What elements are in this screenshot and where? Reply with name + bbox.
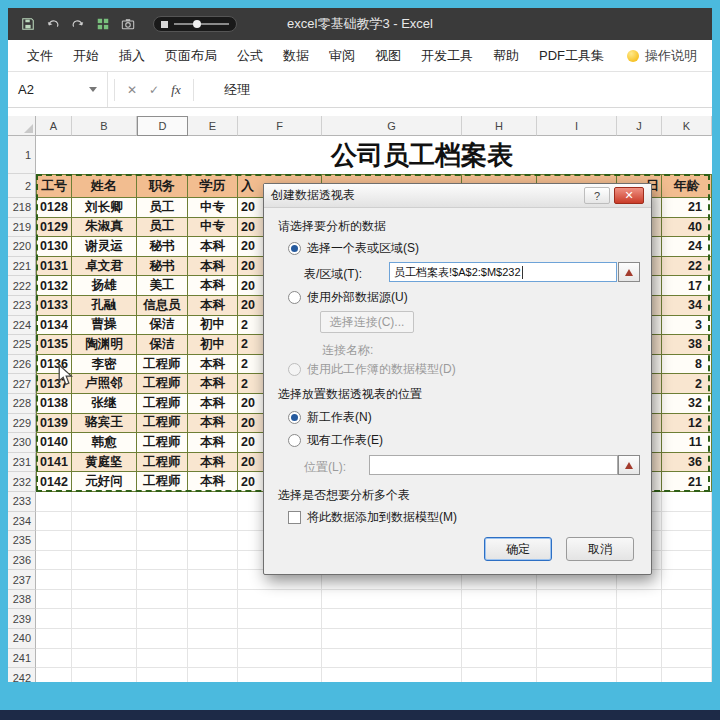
cell-age[interactable]: 8	[662, 355, 712, 375]
empty-cell[interactable]	[188, 570, 238, 590]
cell-education[interactable]: 本科	[188, 237, 238, 257]
empty-cell[interactable]	[662, 590, 712, 610]
cell-name[interactable]: 韩愈	[72, 433, 137, 453]
empty-cell[interactable]	[238, 609, 322, 629]
empty-cell[interactable]	[36, 609, 72, 629]
column-header[interactable]: F	[238, 116, 322, 136]
empty-cell[interactable]	[72, 590, 137, 610]
tell-me-box[interactable]: 操作说明	[627, 47, 697, 65]
empty-cell[interactable]	[137, 649, 188, 669]
row-header[interactable]: 226	[8, 355, 36, 375]
empty-cell[interactable]	[322, 590, 462, 610]
row-header[interactable]: 224	[8, 316, 36, 336]
empty-cell[interactable]	[36, 492, 72, 512]
row-header[interactable]: 234	[8, 512, 36, 532]
empty-cell[interactable]	[36, 649, 72, 669]
empty-cell[interactable]	[188, 531, 238, 551]
empty-cell[interactable]	[72, 629, 137, 649]
empty-cell[interactable]	[662, 649, 712, 669]
empty-cell[interactable]	[662, 668, 712, 682]
cell-employee-id[interactable]: 0138	[36, 394, 72, 414]
empty-cell[interactable]	[188, 492, 238, 512]
empty-cell[interactable]	[137, 590, 188, 610]
empty-cell[interactable]	[662, 551, 712, 571]
cell-job-title[interactable]: 保洁	[137, 316, 188, 336]
ribbon-tab[interactable]: 开始	[64, 40, 108, 71]
cell-job-title[interactable]: 工程师	[137, 394, 188, 414]
help-button[interactable]: ?	[584, 187, 610, 204]
confirm-entry-icon[interactable]: ✓	[143, 83, 165, 97]
cell-employee-id[interactable]: 0128	[36, 198, 72, 218]
column-header[interactable]: A	[36, 116, 72, 136]
column-header[interactable]: E	[188, 116, 238, 136]
cell-age[interactable]: 24	[662, 237, 712, 257]
cell-age[interactable]: 3	[662, 316, 712, 336]
row-header[interactable]: 232	[8, 472, 36, 492]
cell-name[interactable]: 卓文君	[72, 257, 137, 277]
checkbox-add-to-data-model[interactable]: 将此数据添加到数据模型(M)	[288, 509, 457, 526]
cell-age[interactable]: 38	[662, 335, 712, 355]
cell-name[interactable]: 曹操	[72, 316, 137, 336]
cell-job-title[interactable]: 工程师	[137, 453, 188, 473]
cell-age[interactable]: 17	[662, 276, 712, 296]
cell-education[interactable]: 本科	[188, 394, 238, 414]
cell-employee-id[interactable]: 0141	[36, 453, 72, 473]
ribbon-tab[interactable]: 帮助	[484, 40, 528, 71]
row-header[interactable]: 231	[8, 453, 36, 473]
screen-recorder-toolbar[interactable]	[153, 16, 237, 32]
cell-age[interactable]: 21	[662, 472, 712, 492]
cell-job-title[interactable]: 工程师	[137, 355, 188, 375]
empty-cell[interactable]	[662, 570, 712, 590]
column-header[interactable]: K	[662, 116, 712, 136]
row-header[interactable]: 222	[8, 276, 36, 296]
empty-cell[interactable]	[137, 570, 188, 590]
cell-job-title[interactable]: 美工	[137, 276, 188, 296]
cell-education[interactable]: 本科	[188, 296, 238, 316]
recorder-slider-knob[interactable]	[193, 20, 201, 28]
empty-cell[interactable]	[322, 668, 462, 682]
row-header[interactable]: 228	[8, 394, 36, 414]
cell-employee-id[interactable]: 0130	[36, 237, 72, 257]
empty-cell[interactable]	[537, 649, 617, 669]
cell-job-title[interactable]: 工程师	[137, 374, 188, 394]
dialog-title-bar[interactable]: 创建数据透视表 ? ✕	[264, 184, 651, 208]
cell-employee-id[interactable]: 0131	[36, 257, 72, 277]
cell-education[interactable]: 中专	[188, 218, 238, 238]
ribbon-tab[interactable]: 数据	[274, 40, 318, 71]
empty-cell[interactable]	[462, 590, 537, 610]
cell-name[interactable]: 李密	[72, 355, 137, 375]
cell-age[interactable]: 11	[662, 433, 712, 453]
name-box[interactable]: A2	[8, 72, 108, 107]
cell-employee-id[interactable]: 0132	[36, 276, 72, 296]
empty-cell[interactable]	[72, 668, 137, 682]
row-header[interactable]: 225	[8, 335, 36, 355]
empty-cell[interactable]	[662, 531, 712, 551]
row-header[interactable]: 233	[8, 492, 36, 512]
empty-cell[interactable]	[137, 668, 188, 682]
empty-cell[interactable]	[36, 590, 72, 610]
cell-education[interactable]: 初中	[188, 335, 238, 355]
cell-age[interactable]: 21	[662, 198, 712, 218]
column-header[interactable]: D	[137, 116, 188, 136]
radio-external-source[interactable]: 使用外部数据源(U)	[288, 289, 408, 306]
empty-cell[interactable]	[662, 609, 712, 629]
cell-employee-id[interactable]: 0135	[36, 335, 72, 355]
cancel-button[interactable]: 取消	[566, 537, 634, 561]
cell-name[interactable]: 卢照邻	[72, 374, 137, 394]
cell-age[interactable]: 12	[662, 414, 712, 434]
header-cell-edu[interactable]: 学历	[188, 174, 238, 198]
empty-cell[interactable]	[36, 531, 72, 551]
ok-button[interactable]: 确定	[484, 537, 552, 561]
row-header[interactable]: 240	[8, 629, 36, 649]
cell-age[interactable]: 32	[662, 394, 712, 414]
radio-existing-worksheet[interactable]: 现有工作表(E)	[288, 432, 383, 449]
empty-cell[interactable]	[238, 629, 322, 649]
empty-cell[interactable]	[537, 629, 617, 649]
column-header[interactable]: H	[462, 116, 537, 136]
empty-cell[interactable]	[188, 512, 238, 532]
select-all-button[interactable]	[8, 116, 36, 136]
cell-name[interactable]: 骆宾王	[72, 414, 137, 434]
row-header[interactable]: 238	[8, 590, 36, 610]
row-header[interactable]: 242	[8, 668, 36, 682]
empty-cell[interactable]	[662, 492, 712, 512]
